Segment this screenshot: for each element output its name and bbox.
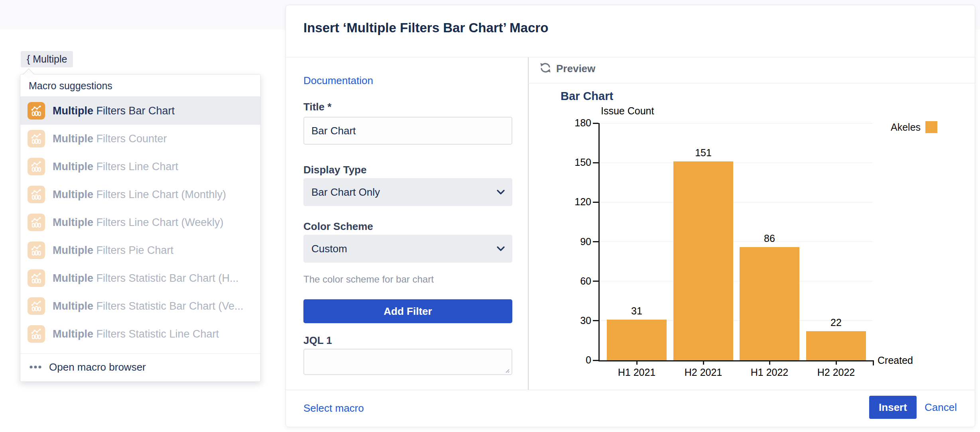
y-tick-mark bbox=[593, 281, 598, 282]
title-field-label: Title * bbox=[303, 101, 331, 113]
x-tick-label: H2 2022 bbox=[806, 367, 866, 378]
select-macro-link[interactable]: Select macro bbox=[303, 402, 364, 414]
bar-chart-macro-icon bbox=[28, 242, 45, 259]
jql1-label: JQL 1 bbox=[303, 334, 332, 347]
legend-swatch bbox=[925, 121, 937, 133]
bar bbox=[740, 247, 799, 360]
y-tick-mark bbox=[593, 360, 598, 361]
x-tick-label: H1 2022 bbox=[740, 367, 799, 378]
divider bbox=[286, 390, 975, 390]
x-tick-mark bbox=[703, 360, 704, 365]
refresh-icon[interactable] bbox=[539, 61, 552, 76]
y-tick-label: 150 bbox=[555, 157, 591, 168]
y-tick-mark bbox=[593, 320, 598, 321]
y-tick-label: 30 bbox=[555, 315, 591, 326]
ellipsis-icon bbox=[29, 365, 42, 369]
x-axis bbox=[598, 360, 874, 361]
x-tick-mark bbox=[769, 360, 770, 365]
chart-gridline bbox=[598, 281, 873, 281]
bar-value-label: 86 bbox=[740, 233, 799, 244]
chevron-down-icon bbox=[496, 246, 505, 253]
suggestion-item[interactable]: Multiple Filters Line Chart (Weekly) bbox=[20, 208, 260, 236]
dialog-title: Insert ‘Multiple Filters Bar Chart’ Macr… bbox=[303, 20, 548, 35]
suggestions-header: Macro suggestions bbox=[20, 75, 260, 97]
bar bbox=[607, 320, 667, 360]
divider bbox=[286, 57, 975, 57]
divider bbox=[528, 57, 529, 390]
chevron-down-icon bbox=[496, 189, 505, 196]
bar-chart-macro-icon bbox=[28, 214, 45, 231]
x-tick-mark bbox=[836, 360, 837, 365]
display-type-value: Bar Chart Only bbox=[311, 186, 380, 198]
display-type-select[interactable]: Bar Chart Only bbox=[303, 178, 512, 206]
display-type-label: Display Type bbox=[303, 164, 366, 176]
suggestion-list: Multiple Filters Bar Chart Multiple Filt… bbox=[20, 97, 260, 348]
y-axis bbox=[598, 123, 600, 360]
chart-legend: Akeles bbox=[891, 121, 937, 133]
suggestion-item[interactable]: Multiple Filters Line Chart bbox=[20, 153, 260, 181]
suggestion-item-label: Multiple Filters Line Chart bbox=[53, 161, 178, 173]
suggestion-item[interactable]: Multiple Filters Counter bbox=[20, 125, 260, 153]
suggestion-item[interactable]: Multiple Filters Bar Chart bbox=[20, 97, 260, 125]
jql1-textarea[interactable] bbox=[303, 349, 512, 375]
suggestion-item[interactable]: Multiple Filters Statistic Bar Chart (Ve… bbox=[20, 292, 260, 320]
preview-header-label: Preview bbox=[556, 63, 595, 75]
bar-value-label: 22 bbox=[806, 317, 866, 328]
x-tick-label: H2 2021 bbox=[673, 367, 733, 378]
chart-gridline bbox=[598, 202, 873, 202]
y-tick-label: 180 bbox=[555, 117, 591, 129]
legend-series-label: Akeles bbox=[891, 122, 921, 133]
bar-chart-macro-icon bbox=[28, 269, 45, 287]
open-macro-browser-label: Open macro browser bbox=[49, 361, 146, 373]
cancel-link[interactable]: Cancel bbox=[925, 401, 957, 414]
color-scheme-label: Color Scheme bbox=[303, 220, 373, 233]
suggestion-item-label: Multiple Filters Statistic Bar Chart (Ve… bbox=[53, 300, 244, 312]
bar-chart-macro-icon bbox=[28, 102, 45, 120]
y-tick-mark bbox=[593, 162, 598, 163]
bar-chart-macro-icon bbox=[28, 325, 45, 343]
add-filter-button[interactable]: Add Filter bbox=[303, 299, 512, 323]
suggestion-item-label: Multiple Filters Line Chart (Monthly) bbox=[53, 189, 226, 201]
insert-button[interactable]: Insert bbox=[869, 396, 917, 419]
color-scheme-help-text: The color scheme for bar chart bbox=[303, 274, 434, 285]
y-tick-label: 0 bbox=[555, 354, 591, 366]
color-scheme-value: Custom bbox=[311, 243, 347, 255]
chart-gridline bbox=[598, 163, 873, 163]
chart-gridline bbox=[598, 242, 873, 242]
y-tick-label: 90 bbox=[555, 236, 591, 247]
y-tick-mark bbox=[593, 123, 598, 124]
x-axis-end-tick bbox=[873, 360, 874, 365]
suggestion-item[interactable]: Multiple Filters Line Chart (Monthly) bbox=[20, 181, 260, 208]
x-tick-mark bbox=[636, 360, 638, 365]
divider bbox=[528, 83, 975, 83]
bar-chart-macro-icon bbox=[28, 158, 45, 175]
y-tick-label: 120 bbox=[555, 196, 591, 208]
bar-chart-macro-icon bbox=[28, 297, 45, 315]
suggestion-item-label: Multiple Filters Bar Chart bbox=[53, 105, 175, 117]
x-axis-title: Created bbox=[878, 355, 913, 366]
y-tick-mark bbox=[593, 202, 598, 203]
suggestion-item[interactable]: Multiple Filters Statistic Line Chart bbox=[20, 320, 260, 348]
y-tick-label: 60 bbox=[555, 275, 591, 287]
insert-macro-dialog: Insert ‘Multiple Filters Bar Chart’ Macr… bbox=[285, 5, 975, 427]
macro-suggestions-dropdown: Macro suggestions Multiple Filters Bar C… bbox=[20, 74, 261, 382]
macro-autocomplete-token[interactable]: { Multiple bbox=[21, 51, 73, 67]
suggestion-item-label: Multiple Filters Counter bbox=[53, 133, 167, 145]
bar-value-label: 31 bbox=[607, 305, 667, 317]
bar bbox=[806, 331, 866, 360]
chart-gridline bbox=[598, 123, 873, 124]
y-tick-mark bbox=[593, 241, 598, 242]
title-input[interactable] bbox=[303, 117, 512, 145]
documentation-link[interactable]: Documentation bbox=[303, 75, 373, 87]
suggestion-item-label: Multiple Filters Line Chart (Weekly) bbox=[53, 216, 224, 229]
bar-chart-macro-icon bbox=[28, 130, 45, 147]
suggestion-item[interactable]: Multiple Filters Pie Chart bbox=[20, 236, 260, 264]
y-axis-title: Issue Count bbox=[601, 105, 654, 117]
open-macro-browser[interactable]: Open macro browser bbox=[20, 354, 260, 380]
bar bbox=[673, 161, 733, 360]
suggestion-item-label: Multiple Filters Statistic Line Chart bbox=[53, 328, 219, 340]
x-tick-label: H1 2021 bbox=[607, 367, 667, 378]
suggestion-item-label: Multiple Filters Pie Chart bbox=[53, 244, 173, 257]
color-scheme-select[interactable]: Custom bbox=[303, 235, 512, 263]
suggestion-item[interactable]: Multiple Filters Statistic Bar Chart (H.… bbox=[20, 264, 260, 292]
